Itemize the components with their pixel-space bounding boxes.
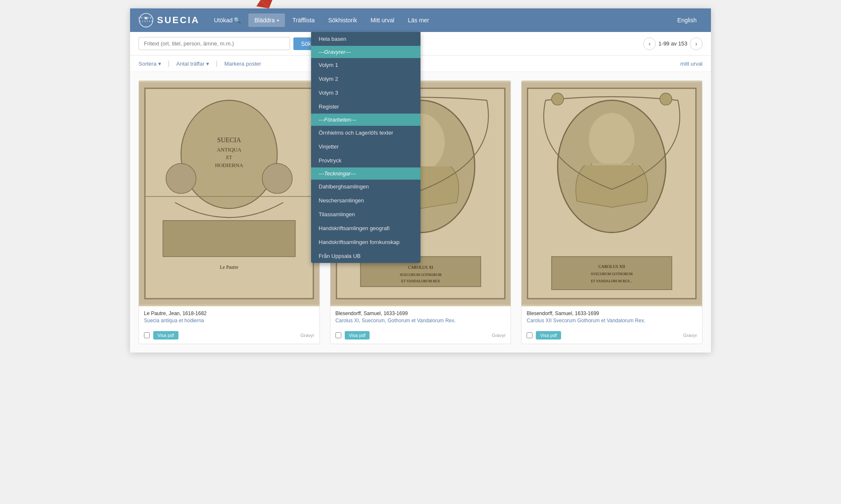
bladdra-label: Bläddra — [254, 17, 274, 24]
nav-item-sokhistorik[interactable]: Sökhistorik — [322, 13, 363, 27]
nav-links: Utökad 🔍 Bläddra ▾ Träfflista Sökhistori… — [208, 13, 703, 27]
antal-traffar-label: Antal träffar — [176, 61, 205, 67]
antal-caret-icon: ▾ — [206, 61, 209, 67]
card-pdf-button-1[interactable]: Visa pdf — [153, 331, 178, 340]
card-3: CAROLUS XII SVECORUM GOTHORUM ET VANDALO… — [521, 80, 703, 344]
filter-separator-2: | — [216, 60, 218, 67]
svg-point-15 — [166, 163, 196, 193]
svg-text:ET VANDALORUM REX: ET VANDALORUM REX — [401, 279, 440, 283]
filter-separator-1: | — [168, 60, 170, 67]
svg-point-34 — [552, 93, 564, 105]
card-body-2: Blesendorff, Samuel, 1633-1699 Carolus X… — [330, 306, 511, 331]
card-author-3: Blesendorff, Samuel, 1633-1699 — [527, 310, 697, 316]
nav-item-utokad[interactable]: Utökad 🔍 — [208, 13, 247, 27]
card-checkbox-3[interactable] — [527, 332, 532, 338]
card-image-3: CAROLUS XII SVECORUM GOTHORUM ET VANDALO… — [522, 81, 702, 306]
svg-point-8 — [181, 100, 277, 208]
browse-dropdown: Hela basen---Gravyrer---Volym 1Volym 2Vo… — [311, 32, 420, 263]
card-type-2: Gravyr — [492, 333, 506, 338]
arrow-indicator — [252, 0, 294, 8]
nav-item-bladdra[interactable]: Bläddra ▾ — [248, 13, 285, 27]
nav-item-las-mer[interactable]: Läs mer — [402, 13, 435, 27]
sortera-button[interactable]: Sortera ▾ — [138, 61, 161, 67]
card-footer-2: Visa pdf Gravyr — [330, 331, 511, 344]
english-label: English — [677, 17, 697, 24]
brand[interactable]: KUNGL. BIBLIOTEKET SUECIA — [138, 13, 200, 28]
dropdown-item-volym-3[interactable]: Volym 3 — [311, 86, 420, 100]
sortera-label: Sortera — [138, 61, 157, 67]
card-body-3: Blesendorff, Samuel, 1633-1699 Carolus X… — [522, 306, 702, 331]
card-checkbox-2[interactable] — [335, 332, 341, 338]
dropdown-item-gravyrer-header: ---Gravyrer--- — [311, 46, 420, 58]
card-footer-3: Visa pdf Gravyr — [522, 331, 702, 344]
svg-rect-13 — [163, 220, 295, 257]
trafflista-label: Träfflista — [293, 17, 315, 24]
dropdown-item-tilassamlingen[interactable]: Tilassamlingen — [311, 207, 420, 221]
svg-text:ANTIQUA: ANTIQUA — [217, 147, 242, 153]
card-title-link-3[interactable]: Carolus XII Svecorum Gothorum et Vandalo… — [527, 318, 697, 324]
card-type-3: Gravyr — [683, 333, 697, 338]
nav-item-trafflista[interactable]: Träfflista — [287, 13, 321, 27]
svg-text:Le Pautre: Le Pautre — [220, 265, 238, 270]
next-page-button[interactable]: › — [690, 37, 703, 50]
mitt-urval-label: Mitt urval — [370, 17, 394, 24]
svg-text:SVECORUM GOTHORUM: SVECORUM GOTHORUM — [591, 272, 633, 276]
dropdown-item-neschersamlingen[interactable]: Neschersamlingen — [311, 194, 420, 207]
dropdown-item-handskriftsamlingen-geografi[interactable]: Handskriftsamlingen geografi — [311, 221, 420, 235]
card-author-1: Le Pautre, Jean, 1618-1682 — [144, 310, 314, 316]
markera-poster-button[interactable]: Markera poster — [224, 61, 261, 67]
search-icon: 🔍 — [234, 17, 241, 24]
sortera-caret-icon: ▾ — [158, 61, 161, 67]
card-pdf-button-2[interactable]: Visa pdf — [345, 331, 370, 340]
dropdown-item-teckningar-header: ---Teckningar--- — [311, 167, 420, 180]
mitt-urval-link[interactable]: mitt urval — [680, 61, 703, 67]
card-footer-1: Visa pdf Gravyr — [139, 331, 319, 344]
navbar: KUNGL. BIBLIOTEKET SUECIA Utökad 🔍 Blädd… — [130, 8, 711, 32]
dropdown-item-volym-1[interactable]: Volym 1 — [311, 58, 420, 72]
dropdown-item-hela-basen[interactable]: Hela basen — [311, 32, 420, 46]
dropdown-item-ornhielms-och-lagerlofs[interactable]: Örnhielms och Lagerlöfs texter — [311, 126, 420, 140]
card-title-link-2[interactable]: Carolus XI, Suecorum, Gothorum et Vandal… — [335, 318, 506, 324]
las-mer-label: Läs mer — [408, 17, 429, 24]
svg-point-29 — [589, 113, 635, 166]
markera-poster-label: Markera poster — [224, 61, 261, 67]
dropdown-item-forarbeten-header: ---Förarbeten--- — [311, 114, 420, 126]
search-bar: Sök ‹ 1-99 av 153 › — [130, 32, 711, 56]
page-wrapper: KUNGL. BIBLIOTEKET SUECIA Utökad 🔍 Blädd… — [130, 8, 711, 353]
chevron-down-icon: ▾ — [277, 18, 279, 23]
card-title-link-1[interactable]: Suecia antiqua et hodierna — [144, 318, 314, 324]
card-grid: SUECIA ANTIQUA ET HODIERNA Le Pautre Le … — [130, 72, 711, 353]
nav-item-mitt-urval[interactable]: Mitt urval — [365, 13, 400, 27]
card-checkbox-1[interactable] — [144, 332, 150, 338]
sokhistorik-label: Sökhistorik — [328, 17, 357, 24]
prev-page-button[interactable]: ‹ — [643, 37, 656, 50]
card-1: SUECIA ANTIQUA ET HODIERNA Le Pautre Le … — [138, 80, 320, 344]
dropdown-item-handskriftsamlingen-fornkunskap[interactable]: Handskriftsamlingen fornkunskap — [311, 235, 420, 249]
card-type-1: Gravyr — [301, 333, 314, 338]
card-image-1: SUECIA ANTIQUA ET HODIERNA Le Pautre — [139, 81, 319, 306]
svg-text:CAROLUS XI: CAROLUS XI — [408, 265, 433, 270]
dropdown-item-register[interactable]: Register — [311, 100, 420, 114]
utokad-label: Utökad — [214, 17, 232, 24]
pagination: ‹ 1-99 av 153 › — [643, 37, 703, 50]
search-input[interactable] — [138, 37, 290, 50]
card-author-2: Blesendorff, Samuel, 1633-1699 — [335, 310, 506, 316]
dropdown-item-provtryck[interactable]: Provtryck — [311, 154, 420, 167]
svg-point-35 — [660, 93, 672, 105]
svg-text:SUECIA: SUECIA — [217, 136, 241, 143]
dropdown-item-dahlberghsamlingen[interactable]: Dahlberghsamlingen — [311, 180, 420, 194]
brand-name: SUECIA — [157, 15, 200, 26]
svg-text:ET: ET — [226, 155, 232, 160]
antal-traffar-button[interactable]: Antal träffar ▾ — [176, 61, 209, 67]
card-pdf-button-3[interactable]: Visa pdf — [536, 331, 561, 340]
dropdown-item-fran-uppsala-ub[interactable]: Från Uppsala UB — [311, 249, 420, 263]
card-body-1: Le Pautre, Jean, 1618-1682 Suecia antiqu… — [139, 306, 319, 331]
nav-item-english[interactable]: English — [671, 13, 703, 27]
dropdown-item-vinjetter[interactable]: Vinjetter — [311, 140, 420, 154]
svg-point-16 — [262, 163, 292, 193]
dropdown-item-volym-2[interactable]: Volym 2 — [311, 72, 420, 86]
svg-text:SUECORUM GOTHORUM: SUECORUM GOTHORUM — [399, 273, 442, 277]
filter-bar: Sortera ▾ | Antal träffar ▾ | Markera po… — [130, 56, 711, 72]
svg-text:ET VANDALORUM REX...: ET VANDALORUM REX... — [591, 279, 633, 283]
svg-text:HODIERNA: HODIERNA — [215, 162, 244, 168]
